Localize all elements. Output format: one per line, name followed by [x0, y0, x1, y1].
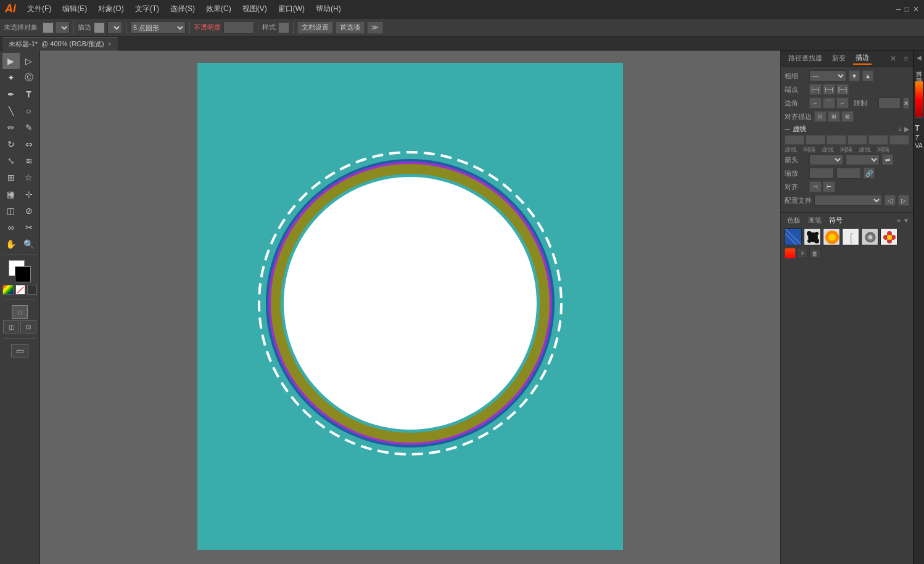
dashes-collapse-icon[interactable]: —: [785, 126, 790, 133]
eyedropper-tool[interactable]: ⊘: [20, 203, 38, 219]
color-mode-black[interactable]: [27, 285, 37, 295]
dash-box-3[interactable]: [827, 135, 846, 145]
draw-mode-inside[interactable]: ⊡: [20, 320, 36, 333]
menu-view[interactable]: 视图(V): [237, 2, 272, 15]
pen-tool[interactable]: ✒: [2, 86, 20, 102]
opacity-input[interactable]: 100%: [223, 22, 254, 34]
scale2-input[interactable]: 100%: [836, 168, 861, 179]
profile-btn1[interactable]: ◁: [885, 195, 896, 206]
menu-effect[interactable]: 效果(C): [201, 2, 236, 15]
scale1-input[interactable]: 100%: [809, 168, 834, 179]
weight-down-btn[interactable]: ▼: [849, 70, 860, 81]
minimize-icon[interactable]: ─: [896, 5, 901, 14]
swatch-blue-pattern[interactable]: [785, 228, 802, 245]
scale-tool[interactable]: ⤡: [2, 153, 20, 169]
swatch-orange-circle[interactable]: [823, 228, 840, 245]
cap-butt-btn[interactable]: |—|: [809, 84, 822, 95]
scissors-tool[interactable]: ✂: [20, 219, 38, 235]
far-right-T3-btn[interactable]: VA: [915, 142, 923, 149]
far-right-collapse-btn[interactable]: ◀: [915, 53, 923, 62]
magic-wand-tool[interactable]: ✦: [2, 70, 20, 86]
dash-box-2[interactable]: [806, 135, 825, 145]
menu-object[interactable]: 对象(O): [93, 2, 128, 15]
change-screen-mode[interactable]: ▭: [11, 344, 28, 358]
arrow-start-select[interactable]: [809, 154, 843, 165]
direct-select-tool[interactable]: ▷: [20, 53, 38, 69]
align-center-btn[interactable]: ⊟: [814, 111, 827, 122]
pencil-tool[interactable]: ✎: [20, 120, 38, 136]
corner-bevel-btn[interactable]: ⌐: [836, 97, 849, 108]
menu-help[interactable]: 帮助(H): [311, 2, 346, 15]
align-extend-btn[interactable]: ⊣: [809, 181, 822, 192]
doc-settings-btn[interactable]: 文档设置: [297, 22, 333, 34]
document-tab[interactable]: 未标题-1* @ 400% (RGB/预览) ×: [2, 37, 118, 51]
corner-round-btn[interactable]: ⌒: [823, 97, 835, 108]
stroke-select[interactable]: [107, 22, 122, 34]
draw-mode-normal[interactable]: □: [12, 305, 28, 319]
style-box[interactable]: [278, 22, 289, 33]
far-right-T2-btn[interactable]: T: [915, 134, 923, 141]
weight-select[interactable]: —: [809, 70, 846, 81]
fill-select[interactable]: [55, 22, 70, 34]
lasso-tool[interactable]: Ⓒ: [20, 70, 38, 86]
select-tool[interactable]: ▶: [2, 53, 20, 69]
dash-box-1[interactable]: [785, 135, 804, 145]
swatch-collapse-btn[interactable]: ▼: [903, 217, 909, 224]
line-tool[interactable]: ╲: [2, 103, 20, 119]
swatch-white-bracket[interactable]: [: [842, 228, 859, 245]
menu-file[interactable]: 文件(F): [22, 2, 56, 15]
corner-miter-btn[interactable]: ⌐: [809, 97, 822, 108]
swatch-gear[interactable]: [861, 228, 878, 245]
gradient-tool[interactable]: ◫: [2, 203, 20, 219]
extra-btn[interactable]: ≫: [367, 22, 383, 34]
color-mode-none[interactable]: [15, 285, 25, 295]
free-transform-tool[interactable]: ⊞: [2, 170, 20, 186]
far-right-T1-btn[interactable]: T: [915, 124, 923, 133]
dash-box-6[interactable]: [889, 135, 909, 145]
swatch-add-btn[interactable]: +: [797, 248, 808, 259]
cap-square-btn[interactable]: [—]: [836, 84, 849, 95]
profile-btn2[interactable]: ▷: [898, 195, 909, 206]
tab-close-btn[interactable]: ×: [108, 41, 112, 47]
align-inside-btn[interactable]: ⊞: [828, 111, 840, 122]
weight-up-btn[interactable]: ▲: [862, 70, 873, 81]
stroke-color-swatch[interactable]: [15, 266, 31, 282]
blend-tool[interactable]: ∞: [2, 219, 20, 235]
arrow-swap-btn[interactable]: ⇄: [882, 154, 893, 165]
canvas-area[interactable]: [40, 51, 780, 564]
draw-mode-behind[interactable]: ◫: [3, 320, 19, 333]
mesh-tool[interactable]: ⊹: [20, 186, 38, 202]
points-shape-select[interactable]: 5 点圆形: [130, 22, 186, 34]
stroke-color-box[interactable]: [94, 22, 105, 33]
align-outside-btn[interactable]: ⊠: [841, 111, 854, 122]
swatch-tab-symbol[interactable]: 符号: [827, 215, 845, 226]
far-right-align-label[interactable]: 对齐: [915, 63, 923, 68]
dash-box-5[interactable]: [868, 135, 888, 145]
zoom-tool[interactable]: 🔍: [20, 236, 38, 252]
menu-select[interactable]: 选择(S): [165, 2, 200, 15]
panel-tab-pathfinder[interactable]: 路径查找器: [786, 52, 825, 64]
restore-icon[interactable]: □: [905, 5, 909, 14]
brush-tool[interactable]: ✏: [2, 120, 20, 136]
dash-box-4[interactable]: [848, 135, 867, 145]
menu-edit[interactable]: 编辑(E): [57, 2, 92, 15]
swatch-tab-brush[interactable]: 画笔: [806, 215, 824, 226]
swatch-flower[interactable]: [880, 228, 897, 245]
panel-tab-stroke[interactable]: 描边: [853, 52, 872, 65]
warp-tool[interactable]: ≋: [20, 153, 38, 169]
profile-select[interactable]: [814, 195, 882, 206]
scale-link-btn[interactable]: 🔗: [864, 168, 875, 179]
arrow-end-select[interactable]: [846, 154, 880, 165]
graph-tool[interactable]: ▦: [2, 186, 20, 202]
hand-tool[interactable]: ✋: [2, 236, 20, 252]
ellipse-tool[interactable]: ○: [20, 103, 38, 119]
close-icon[interactable]: ✕: [913, 5, 919, 14]
panel-close-btn[interactable]: ✕: [890, 54, 896, 63]
swatch-panel-menu[interactable]: ≡: [897, 217, 901, 224]
mirror-tool[interactable]: ⇔: [20, 136, 38, 152]
panel-tab-gradient[interactable]: 新变: [830, 52, 848, 64]
color-mode-solid[interactable]: [2, 285, 14, 295]
align-center2-btn[interactable]: ⊢: [823, 181, 835, 192]
limit-close-btn[interactable]: ✕: [903, 97, 909, 108]
swatch-delete-btn[interactable]: 🗑: [809, 248, 820, 259]
